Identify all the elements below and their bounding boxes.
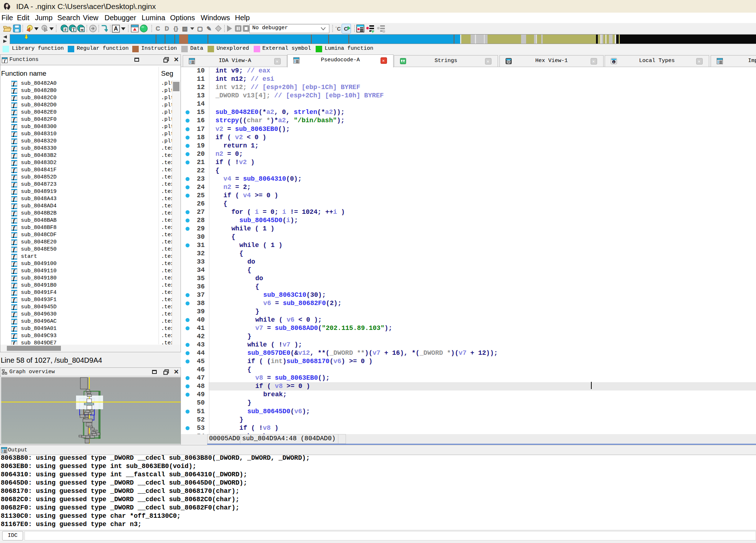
svg-text:#: # [65, 27, 67, 32]
svg-text:{}: {} [174, 26, 178, 32]
svg-text:▣: ▣ [182, 26, 187, 32]
svg-text:ᴍ: ᴍ [80, 27, 83, 32]
svg-text:✎: ✎ [206, 26, 211, 32]
svg-text:D: D [165, 26, 169, 32]
svg-text:C: C [344, 26, 348, 32]
svg-text:T: T [72, 27, 75, 32]
svg-text:A: A [114, 26, 118, 32]
svg-text:▢: ▢ [197, 26, 203, 32]
svg-text:ʿC: ʿC [335, 26, 341, 32]
svg-text:C: C [156, 26, 160, 32]
